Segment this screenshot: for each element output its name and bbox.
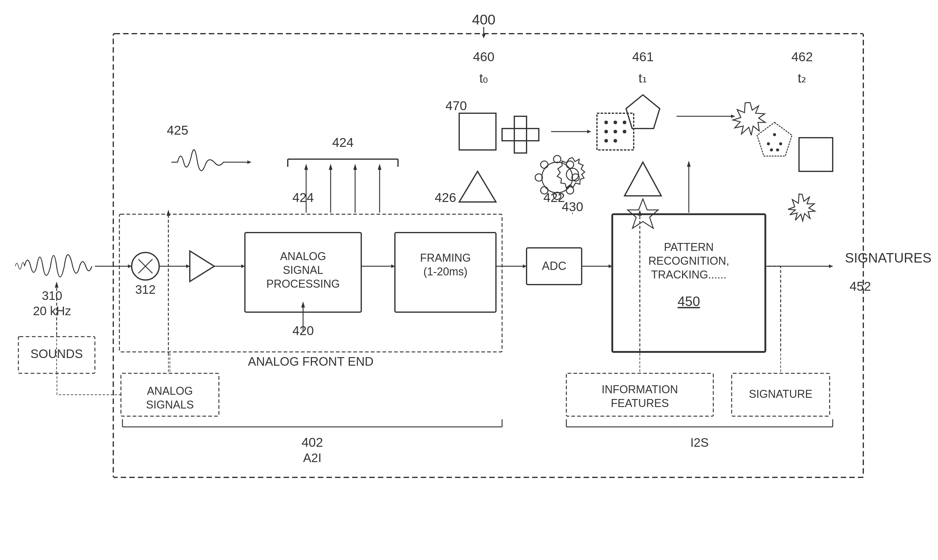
svg-point-60 [613, 139, 617, 143]
label-430: 430 [562, 200, 583, 214]
i2s-label: I2S [690, 436, 709, 449]
label-425: 425 [167, 123, 188, 137]
svg-point-55 [623, 121, 626, 124]
t2-label: t₂ [798, 71, 807, 85]
label-424b: 424 [293, 190, 314, 205]
svg-point-68 [776, 148, 779, 151]
signature-label: SIGNATURE [749, 388, 812, 400]
svg-point-56 [604, 130, 608, 134]
asp-label-2: SIGNAL [283, 264, 323, 276]
svg-point-53 [604, 121, 608, 124]
label-460: 460 [473, 49, 494, 64]
info-features-label-2: FEATURES [611, 397, 668, 409]
label-450: 450 [678, 294, 700, 309]
svg-point-54 [613, 121, 617, 124]
signatures-label: SIGNATURES [845, 250, 932, 265]
label-424-top: 424 [332, 135, 354, 150]
svg-point-65 [773, 133, 776, 136]
label-20khz: 20 kHz [33, 304, 71, 318]
t1-label: t₁ [639, 71, 647, 85]
pr-label-2: RECOGNITION, [648, 255, 729, 267]
svg-point-58 [623, 130, 626, 134]
framing-label-2: (1-20ms) [424, 265, 467, 278]
label-462: 462 [792, 49, 813, 64]
analog-front-end-label: ANALOG FRONT END [248, 355, 373, 368]
svg-point-66 [779, 142, 782, 145]
analog-signals-label-2: SIGNALS [146, 398, 194, 411]
info-features-label-1: INFORMATION [602, 383, 678, 396]
svg-point-59 [604, 139, 608, 143]
a2i-label: A2I [303, 451, 322, 465]
label-452: 452 [850, 279, 871, 294]
label-470: 470 [445, 98, 467, 113]
label-310: 310 [42, 289, 62, 302]
svg-point-67 [767, 142, 770, 145]
svg-rect-0 [0, 0, 938, 560]
label-312: 312 [135, 283, 156, 296]
pr-label-3: TRACKING...... [651, 268, 727, 281]
diagram-container: 400 310 20 kHz SOUNDS 312 [0, 0, 938, 560]
analog-signals-label-1: ANALOG [147, 385, 193, 397]
pr-label-1: PATTERN [664, 241, 714, 253]
label-426: 426 [435, 190, 456, 205]
svg-point-69 [770, 148, 773, 151]
asp-label-3: PROCESSING [266, 278, 340, 290]
framing-label-1: FRAMING [420, 252, 471, 264]
label-400: 400 [472, 12, 496, 28]
label-461: 461 [632, 49, 654, 64]
adc-label: ADC [542, 260, 566, 272]
svg-point-57 [613, 130, 617, 134]
t0-label: t₀ [479, 71, 488, 85]
asp-label-1: ANALOG [280, 250, 326, 263]
label-402: 402 [302, 435, 323, 449]
